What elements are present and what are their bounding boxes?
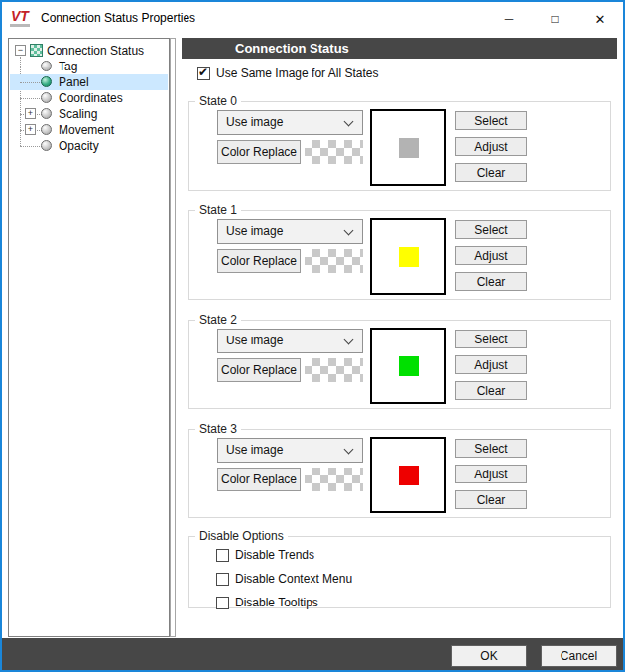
- tree-item-label: Connection Status: [47, 44, 144, 58]
- tree-item-tag[interactable]: Tag: [10, 59, 168, 74]
- close-button[interactable]: ✕: [577, 2, 623, 36]
- disable-context-menu-label[interactable]: Disable Context Menu: [235, 572, 352, 586]
- state-0-adjust-button[interactable]: Adjust: [455, 137, 527, 156]
- state-2-color-replace-button[interactable]: Color Replace: [217, 358, 301, 382]
- chevron-down-icon: [344, 445, 354, 455]
- dialog-window: VT Connection Status Properties ─ □ ✕ − …: [0, 0, 625, 672]
- disable-tooltips-checkbox[interactable]: [216, 597, 229, 609]
- tree-item-panel[interactable]: Panel: [10, 74, 168, 90]
- state-0-title: State 0: [195, 94, 241, 108]
- ok-button[interactable]: OK: [451, 645, 527, 667]
- state-color-square: [399, 356, 419, 376]
- state-3-clear-button[interactable]: Clear: [455, 490, 527, 509]
- titlebar[interactable]: VT Connection Status Properties ─ □ ✕: [2, 2, 623, 36]
- chevron-down-icon: [344, 117, 354, 127]
- maximize-icon: □: [551, 12, 558, 26]
- tree-item-label: Coordinates: [59, 91, 123, 105]
- transparent-color-swatch: [305, 358, 363, 382]
- use-same-image-label[interactable]: Use Same Image for All States: [216, 67, 378, 80]
- state-3-select-button[interactable]: Select: [455, 439, 527, 458]
- expand-icon[interactable]: +: [25, 124, 36, 135]
- minimize-button[interactable]: ─: [486, 2, 532, 36]
- transparent-color-swatch: [305, 468, 363, 491]
- state-3-title: State 3: [195, 422, 241, 436]
- chevron-down-icon: [344, 226, 354, 236]
- dropdown-value: Use image: [226, 115, 283, 129]
- tree-item-label: Movement: [59, 123, 114, 137]
- state-0-group: State 0 Use image Color Replace Select A…: [188, 101, 611, 191]
- expand-icon[interactable]: +: [25, 108, 36, 119]
- tree-item-label: Opacity: [59, 139, 99, 153]
- state-1-color-replace-button[interactable]: Color Replace: [217, 249, 301, 273]
- window-title: Connection Status Properties: [41, 11, 195, 25]
- maximize-button[interactable]: □: [532, 2, 577, 36]
- window-controls: ─ □ ✕: [486, 2, 623, 36]
- state-3-adjust-button[interactable]: Adjust: [455, 465, 527, 483]
- node-circle-icon: [41, 108, 52, 119]
- state-1-adjust-button[interactable]: Adjust: [455, 246, 527, 265]
- dropdown-value: Use image: [226, 443, 283, 457]
- state-1-title: State 1: [195, 203, 241, 217]
- state-color-square: [399, 138, 419, 158]
- use-same-image-checkbox[interactable]: ✔: [197, 67, 210, 80]
- app-logo-icon: VT: [10, 9, 30, 27]
- state-2-clear-button[interactable]: Clear: [455, 381, 527, 400]
- state-2-mode-dropdown[interactable]: Use image: [217, 329, 363, 353]
- state-color-square: [399, 466, 419, 485]
- disable-trends-row[interactable]: Disable Trends: [216, 547, 314, 563]
- disable-options-title: Disable Options: [195, 529, 288, 543]
- tree-item-connection-status[interactable]: − Connection Status: [10, 43, 168, 59]
- state-2-select-button[interactable]: Select: [455, 330, 527, 348]
- panel-header: Connection Status: [182, 38, 617, 59]
- state-1-select-button[interactable]: Select: [455, 220, 527, 239]
- checkmark-icon: ✔: [198, 66, 208, 79]
- state-3-color-replace-button[interactable]: Color Replace: [217, 468, 301, 491]
- disable-context-menu-checkbox[interactable]: [216, 573, 229, 586]
- tree-item-scaling[interactable]: + Scaling: [10, 106, 168, 122]
- tree-item-label: Tag: [59, 60, 77, 73]
- property-tree: − Connection Status Tag Panel Coordinate…: [10, 43, 168, 154]
- state-3-image-preview: [370, 437, 446, 513]
- close-icon: ✕: [595, 12, 606, 27]
- disable-context-menu-row[interactable]: Disable Context Menu: [216, 571, 352, 587]
- state-1-mode-dropdown[interactable]: Use image: [217, 219, 363, 244]
- transparent-color-swatch: [305, 140, 363, 164]
- state-2-group: State 2 Use image Color Replace Select A…: [188, 320, 611, 409]
- use-same-image-row[interactable]: ✔ Use Same Image for All States: [197, 66, 378, 81]
- disable-tooltips-label[interactable]: Disable Tooltips: [235, 596, 318, 609]
- node-circle-icon: [41, 76, 52, 87]
- dropdown-value: Use image: [226, 224, 283, 238]
- node-circle-icon: [41, 140, 52, 151]
- dropdown-value: Use image: [226, 334, 283, 347]
- state-0-mode-dropdown[interactable]: Use image: [217, 110, 363, 135]
- state-0-image-preview: [370, 109, 446, 186]
- disable-trends-label[interactable]: Disable Trends: [235, 548, 314, 562]
- tree-item-coordinates[interactable]: Coordinates: [10, 90, 168, 106]
- disable-options-group: Disable Options Disable Trends Disable C…: [188, 536, 611, 608]
- state-0-color-replace-button[interactable]: Color Replace: [217, 140, 301, 164]
- node-circle-icon: [41, 61, 52, 71]
- state-0-clear-button[interactable]: Clear: [455, 163, 527, 182]
- property-tree-panel: − Connection Status Tag Panel Coordinate…: [8, 38, 170, 637]
- cancel-button[interactable]: Cancel: [541, 645, 617, 667]
- tree-item-opacity[interactable]: Opacity: [10, 138, 168, 154]
- node-circle-icon: [41, 124, 52, 135]
- collapse-icon[interactable]: −: [15, 45, 26, 56]
- tree-item-movement[interactable]: + Movement: [10, 122, 168, 138]
- state-2-image-preview: [370, 328, 446, 404]
- state-3-mode-dropdown[interactable]: Use image: [217, 438, 363, 463]
- image-node-icon: [30, 44, 43, 57]
- node-circle-icon: [41, 92, 52, 103]
- footer-bar: OK Cancel: [2, 638, 623, 670]
- disable-trends-checkbox[interactable]: [216, 549, 229, 562]
- tree-item-label: Panel: [59, 75, 89, 89]
- chevron-down-icon: [344, 336, 354, 345]
- state-2-title: State 2: [195, 313, 241, 327]
- state-2-adjust-button[interactable]: Adjust: [455, 355, 527, 374]
- panel-splitter[interactable]: [170, 38, 176, 637]
- state-1-clear-button[interactable]: Clear: [455, 272, 527, 291]
- transparent-color-swatch: [305, 249, 363, 273]
- disable-tooltips-row[interactable]: Disable Tooltips: [216, 595, 318, 610]
- state-0-select-button[interactable]: Select: [455, 111, 527, 130]
- state-1-image-preview: [370, 218, 446, 295]
